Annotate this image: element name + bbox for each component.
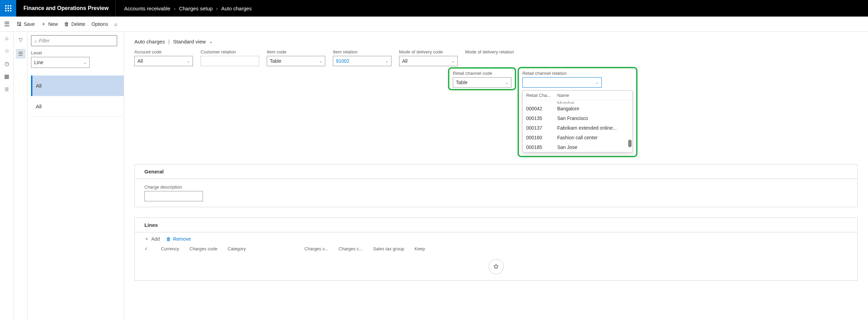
- customer-relation-input[interactable]: [201, 56, 259, 66]
- app-launcher-button[interactable]: [0, 0, 17, 17]
- breadcrumb-item[interactable]: Auto charges: [221, 6, 252, 11]
- new-button[interactable]: ＋ New: [41, 21, 58, 27]
- search-icon: ⌕: [34, 38, 37, 43]
- modules-icon[interactable]: ≣: [4, 86, 9, 92]
- dropdown-row[interactable]: 000137 Fabrikam extended online...: [523, 123, 632, 133]
- retail-channel-code-label: Retail channel code: [453, 71, 511, 76]
- dropdown-row-name: San Francisco: [557, 116, 588, 121]
- col-charges-value[interactable]: Charges v...: [304, 246, 328, 251]
- mode-delivery-code-select[interactable]: All ⌄: [399, 56, 458, 66]
- list-item[interactable]: All: [31, 96, 124, 117]
- dropdown-row-name: Fashion call center: [557, 135, 598, 140]
- retail-channel-code-select[interactable]: Table ⌄: [453, 77, 511, 88]
- scrollbar-thumb[interactable]: [628, 140, 632, 147]
- trash-icon: 🗑: [166, 236, 171, 242]
- nav-menu-button[interactable]: ☰: [0, 17, 14, 32]
- general-section-title[interactable]: General: [135, 164, 857, 179]
- col-currency[interactable]: Currency: [161, 246, 179, 251]
- lines-section-title[interactable]: Lines: [135, 218, 857, 232]
- mode-delivery-relation-label: Mode of delivery relation: [465, 49, 524, 54]
- title-separator: |: [168, 39, 170, 44]
- list-item-label: All: [36, 103, 42, 109]
- dropdown-row[interactable]: 000042 Bangalore: [523, 104, 632, 113]
- list-item[interactable]: All: [31, 76, 124, 96]
- options-button[interactable]: Options: [91, 21, 108, 27]
- lines-grid-header: ✓ Currency Charges code Category Charges…: [135, 243, 857, 254]
- list-item-label: All: [36, 83, 42, 89]
- new-label: New: [48, 21, 58, 27]
- app-name: Finance and Operations Preview: [17, 0, 116, 17]
- dropdown-body[interactable]: Mumbai 000042 Bangalore 000135 San Franc…: [523, 100, 632, 152]
- highlight-retail-code: Retail channel code Table ⌄: [448, 67, 516, 90]
- col-charges-currency[interactable]: Charges c...: [339, 246, 363, 251]
- save-icon: 🖫: [17, 21, 22, 27]
- workspace-icon[interactable]: ▦: [4, 73, 9, 80]
- dropdown-row-name: Mumbai: [557, 100, 574, 104]
- recent-icon[interactable]: ◷: [4, 60, 9, 67]
- view-title-row: Auto charges | Standard view ⌄: [134, 39, 858, 44]
- favorite-icon[interactable]: ☆: [4, 48, 9, 54]
- save-label: Save: [24, 21, 35, 27]
- lines-section: Lines ＋ Add 🗑 Remove ✓ Currency Charges …: [134, 218, 858, 281]
- dropdown-row-name: Fabrikam extended online...: [557, 125, 617, 131]
- hamburger-icon: ☰: [4, 20, 10, 28]
- col-sales-tax-group[interactable]: Sales tax group: [373, 246, 404, 251]
- search-icon[interactable]: ⌕: [114, 21, 118, 27]
- account-code-select[interactable]: All ⌄: [134, 56, 193, 66]
- delete-button[interactable]: 🗑 Delete: [64, 21, 85, 27]
- add-line-button[interactable]: ＋ Add: [144, 236, 160, 242]
- mode-delivery-relation-input: [465, 56, 524, 66]
- options-label: Options: [91, 21, 108, 27]
- save-button[interactable]: 🖫 Save: [17, 21, 35, 27]
- view-name[interactable]: Standard view: [173, 39, 206, 44]
- dropdown-row-code: 000185: [526, 144, 557, 150]
- level-select[interactable]: Line ⌄: [31, 57, 90, 68]
- dropdown-row[interactable]: 000160 Fashion call center: [523, 133, 632, 142]
- retail-channel-relation-label: Retail channel relation: [522, 71, 633, 76]
- dropdown-row[interactable]: Mumbai: [523, 100, 632, 104]
- retail-channel-code-value: Table: [456, 80, 467, 85]
- col-keep[interactable]: Keep: [415, 246, 425, 251]
- dropdown-row-name: San Jose: [557, 144, 577, 150]
- plus-icon: ＋: [41, 21, 46, 27]
- mode-delivery-code-value: All: [402, 58, 408, 64]
- dropdown-header-code: Retail Cha...: [526, 93, 557, 98]
- trash-icon: 🗑: [64, 21, 69, 27]
- remove-label: Remove: [173, 236, 191, 242]
- charge-description-label: Charge description: [144, 184, 848, 190]
- retail-channel-dropdown: Retail Cha... Name Mumbai 000042: [522, 90, 633, 152]
- chevron-right-icon: ›: [216, 6, 218, 11]
- col-category[interactable]: Category: [228, 246, 246, 251]
- filter-strip: ▽ ☰: [14, 32, 28, 321]
- col-charges-code[interactable]: Charges code: [190, 246, 217, 251]
- account-code-value: All: [137, 58, 143, 64]
- checkmark-icon[interactable]: ✓: [144, 246, 151, 251]
- left-nav-rail: ⌂ ☆ ◷ ▦ ≣: [0, 32, 14, 321]
- breadcrumb-item[interactable]: Accounts receivable: [124, 6, 170, 11]
- filter-placeholder: Filter: [39, 38, 50, 43]
- retail-channel-relation-select[interactable]: ⌄: [522, 77, 602, 88]
- dropdown-header-name: Name: [557, 93, 569, 98]
- delete-label: Delete: [71, 21, 85, 27]
- home-icon[interactable]: ⌂: [5, 35, 9, 41]
- chevron-right-icon: ›: [174, 6, 175, 11]
- content-pane: Auto charges | Standard view ⌄ Account c…: [124, 32, 868, 321]
- dropdown-row-code: 000160: [526, 135, 557, 140]
- chevron-down-icon: ⌄: [595, 80, 599, 85]
- filter-input[interactable]: ⌕ Filter: [31, 35, 117, 46]
- list-filter-icon[interactable]: ☰: [16, 49, 25, 59]
- account-code-label: Account code: [134, 49, 193, 54]
- dropdown-row-code: 000135: [526, 116, 557, 121]
- funnel-icon[interactable]: ▽: [16, 35, 25, 45]
- breadcrumb-item[interactable]: Charges setup: [179, 6, 213, 11]
- item-relation-select[interactable]: 91002 ⌄: [333, 56, 391, 66]
- charge-description-input[interactable]: [144, 191, 203, 201]
- dropdown-row[interactable]: 000185 San Jose: [523, 142, 632, 152]
- chevron-down-icon[interactable]: ⌄: [209, 39, 213, 44]
- dropdown-row[interactable]: 000135 San Francisco: [523, 113, 632, 123]
- dropdown-row-code: 000137: [526, 125, 557, 131]
- item-relation-label: Item relation: [333, 49, 391, 54]
- chevron-down-icon: ⌄: [187, 59, 190, 63]
- item-code-select[interactable]: Table ⌄: [267, 56, 325, 66]
- remove-line-button[interactable]: 🗑 Remove: [166, 236, 191, 242]
